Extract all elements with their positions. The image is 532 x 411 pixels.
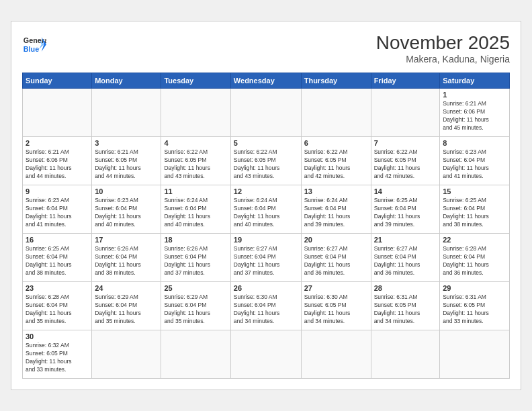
day-info: Sunrise: 6:22 AM Sunset: 6:05 PM Dayligh… bbox=[164, 148, 227, 181]
day-info: Sunrise: 6:25 AM Sunset: 6:04 PM Dayligh… bbox=[443, 197, 506, 229]
day-info: Sunrise: 6:23 AM Sunset: 6:04 PM Dayligh… bbox=[443, 148, 506, 181]
location-subtitle: Makera, Kaduna, Nigeria bbox=[376, 54, 510, 64]
day-info: Sunrise: 6:21 AM Sunset: 6:05 PM Dayligh… bbox=[95, 148, 158, 181]
day-number: 27 bbox=[304, 284, 368, 292]
day-number: 10 bbox=[95, 187, 158, 195]
calendar-cell: 24Sunrise: 6:29 AM Sunset: 6:04 PM Dayli… bbox=[92, 282, 161, 330]
calendar-cell: 2Sunrise: 6:21 AM Sunset: 6:06 PM Daylig… bbox=[23, 137, 92, 185]
calendar-cell: 7Sunrise: 6:22 AM Sunset: 6:05 PM Daylig… bbox=[371, 137, 440, 185]
calendar-cell: 20Sunrise: 6:27 AM Sunset: 6:04 PM Dayli… bbox=[301, 234, 371, 282]
week-row-2: 9Sunrise: 6:23 AM Sunset: 6:04 PM Daylig… bbox=[23, 185, 510, 234]
calendar-cell: 30Sunrise: 6:32 AM Sunset: 6:05 PM Dayli… bbox=[23, 330, 92, 379]
day-header-wednesday: Wednesday bbox=[230, 73, 301, 89]
day-number: 11 bbox=[164, 187, 227, 195]
calendar-cell bbox=[371, 330, 440, 379]
day-info: Sunrise: 6:24 AM Sunset: 6:04 PM Dayligh… bbox=[164, 197, 227, 229]
calendar-cell: 5Sunrise: 6:22 AM Sunset: 6:05 PM Daylig… bbox=[230, 137, 301, 185]
day-info: Sunrise: 6:30 AM Sunset: 6:05 PM Dayligh… bbox=[304, 293, 368, 326]
day-info: Sunrise: 6:26 AM Sunset: 6:04 PM Dayligh… bbox=[95, 245, 158, 277]
calendar-cell: 29Sunrise: 6:31 AM Sunset: 6:05 PM Dayli… bbox=[440, 282, 510, 330]
calendar-cell bbox=[92, 89, 161, 137]
day-number: 13 bbox=[304, 187, 368, 195]
day-header-saturday: Saturday bbox=[440, 73, 510, 89]
calendar-cell bbox=[301, 89, 371, 137]
calendar-cell: 12Sunrise: 6:24 AM Sunset: 6:04 PM Dayli… bbox=[230, 185, 301, 234]
calendar-cell bbox=[161, 330, 230, 379]
day-info: Sunrise: 6:27 AM Sunset: 6:04 PM Dayligh… bbox=[374, 245, 437, 277]
calendar-cell: 1Sunrise: 6:21 AM Sunset: 6:06 PM Daylig… bbox=[440, 89, 510, 137]
day-info: Sunrise: 6:27 AM Sunset: 6:04 PM Dayligh… bbox=[304, 245, 368, 277]
day-number: 25 bbox=[164, 284, 227, 292]
day-number: 1 bbox=[443, 91, 506, 99]
day-info: Sunrise: 6:21 AM Sunset: 6:06 PM Dayligh… bbox=[26, 148, 89, 181]
calendar-cell: 27Sunrise: 6:30 AM Sunset: 6:05 PM Dayli… bbox=[301, 282, 371, 330]
days-header-row: SundayMondayTuesdayWednesdayThursdayFrid… bbox=[23, 73, 510, 89]
day-info: Sunrise: 6:23 AM Sunset: 6:04 PM Dayligh… bbox=[95, 197, 158, 229]
logo-icon: General Blue bbox=[22, 32, 46, 56]
header: General Blue November 2025 Makera, Kadun… bbox=[22, 32, 510, 64]
week-row-3: 16Sunrise: 6:25 AM Sunset: 6:04 PM Dayli… bbox=[23, 234, 510, 282]
day-number: 29 bbox=[443, 284, 506, 292]
calendar-cell: 10Sunrise: 6:23 AM Sunset: 6:04 PM Dayli… bbox=[92, 185, 161, 234]
day-number: 24 bbox=[95, 284, 158, 292]
day-info: Sunrise: 6:29 AM Sunset: 6:04 PM Dayligh… bbox=[164, 293, 227, 326]
day-header-friday: Friday bbox=[371, 73, 440, 89]
day-info: Sunrise: 6:28 AM Sunset: 6:04 PM Dayligh… bbox=[443, 245, 506, 277]
day-header-thursday: Thursday bbox=[301, 73, 371, 89]
day-number: 16 bbox=[26, 236, 89, 244]
calendar-cell: 18Sunrise: 6:26 AM Sunset: 6:04 PM Dayli… bbox=[161, 234, 230, 282]
day-number: 12 bbox=[234, 187, 298, 195]
day-number: 4 bbox=[164, 139, 227, 147]
calendar-cell: 9Sunrise: 6:23 AM Sunset: 6:04 PM Daylig… bbox=[23, 185, 92, 234]
day-number: 28 bbox=[374, 284, 437, 292]
calendar-cell: 6Sunrise: 6:22 AM Sunset: 6:05 PM Daylig… bbox=[301, 137, 371, 185]
calendar-cell: 21Sunrise: 6:27 AM Sunset: 6:04 PM Dayli… bbox=[371, 234, 440, 282]
calendar-cell: 19Sunrise: 6:27 AM Sunset: 6:04 PM Dayli… bbox=[230, 234, 301, 282]
calendar-cell: 23Sunrise: 6:28 AM Sunset: 6:04 PM Dayli… bbox=[23, 282, 92, 330]
calendar-table: SundayMondayTuesdayWednesdayThursdayFrid… bbox=[22, 73, 510, 379]
calendar-cell bbox=[230, 330, 301, 379]
day-number: 21 bbox=[374, 236, 437, 244]
day-info: Sunrise: 6:31 AM Sunset: 6:05 PM Dayligh… bbox=[374, 293, 437, 326]
day-number: 6 bbox=[304, 139, 368, 147]
day-info: Sunrise: 6:22 AM Sunset: 6:05 PM Dayligh… bbox=[374, 148, 437, 181]
day-header-monday: Monday bbox=[92, 73, 161, 89]
calendar-cell: 28Sunrise: 6:31 AM Sunset: 6:05 PM Dayli… bbox=[371, 282, 440, 330]
day-number: 14 bbox=[374, 187, 437, 195]
week-row-1: 2Sunrise: 6:21 AM Sunset: 6:06 PM Daylig… bbox=[23, 137, 510, 185]
day-info: Sunrise: 6:25 AM Sunset: 6:04 PM Dayligh… bbox=[374, 197, 437, 229]
day-info: Sunrise: 6:22 AM Sunset: 6:05 PM Dayligh… bbox=[234, 148, 298, 181]
calendar-cell bbox=[230, 89, 301, 137]
day-number: 3 bbox=[95, 139, 158, 147]
calendar-cell bbox=[23, 89, 92, 137]
title-section: November 2025 Makera, Kaduna, Nigeria bbox=[376, 32, 510, 64]
calendar-cell: 14Sunrise: 6:25 AM Sunset: 6:04 PM Dayli… bbox=[371, 185, 440, 234]
day-number: 7 bbox=[374, 139, 437, 147]
calendar-cell: 15Sunrise: 6:25 AM Sunset: 6:04 PM Dayli… bbox=[440, 185, 510, 234]
day-number: 2 bbox=[26, 139, 89, 147]
day-number: 23 bbox=[26, 284, 89, 292]
week-row-0: 1Sunrise: 6:21 AM Sunset: 6:06 PM Daylig… bbox=[23, 89, 510, 137]
day-info: Sunrise: 6:22 AM Sunset: 6:05 PM Dayligh… bbox=[304, 148, 368, 181]
day-info: Sunrise: 6:23 AM Sunset: 6:04 PM Dayligh… bbox=[26, 197, 89, 229]
day-info: Sunrise: 6:27 AM Sunset: 6:04 PM Dayligh… bbox=[234, 245, 298, 277]
calendar-cell bbox=[371, 89, 440, 137]
week-row-5: 30Sunrise: 6:32 AM Sunset: 6:05 PM Dayli… bbox=[23, 330, 510, 379]
calendar-cell: 16Sunrise: 6:25 AM Sunset: 6:04 PM Dayli… bbox=[23, 234, 92, 282]
calendar-cell bbox=[92, 330, 161, 379]
calendar-cell bbox=[161, 89, 230, 137]
day-info: Sunrise: 6:24 AM Sunset: 6:04 PM Dayligh… bbox=[234, 197, 298, 229]
calendar-cell bbox=[440, 330, 510, 379]
day-number: 20 bbox=[304, 236, 368, 244]
day-number: 22 bbox=[443, 236, 506, 244]
day-info: Sunrise: 6:28 AM Sunset: 6:04 PM Dayligh… bbox=[26, 293, 89, 326]
calendar-cell: 4Sunrise: 6:22 AM Sunset: 6:05 PM Daylig… bbox=[161, 137, 230, 185]
day-number: 5 bbox=[234, 139, 298, 147]
day-info: Sunrise: 6:32 AM Sunset: 6:05 PM Dayligh… bbox=[26, 342, 89, 374]
day-info: Sunrise: 6:29 AM Sunset: 6:04 PM Dayligh… bbox=[95, 293, 158, 326]
calendar-cell: 17Sunrise: 6:26 AM Sunset: 6:04 PM Dayli… bbox=[92, 234, 161, 282]
calendar-cell: 25Sunrise: 6:29 AM Sunset: 6:04 PM Dayli… bbox=[161, 282, 230, 330]
day-header-tuesday: Tuesday bbox=[161, 73, 230, 89]
day-header-sunday: Sunday bbox=[23, 73, 92, 89]
day-number: 15 bbox=[443, 187, 506, 195]
